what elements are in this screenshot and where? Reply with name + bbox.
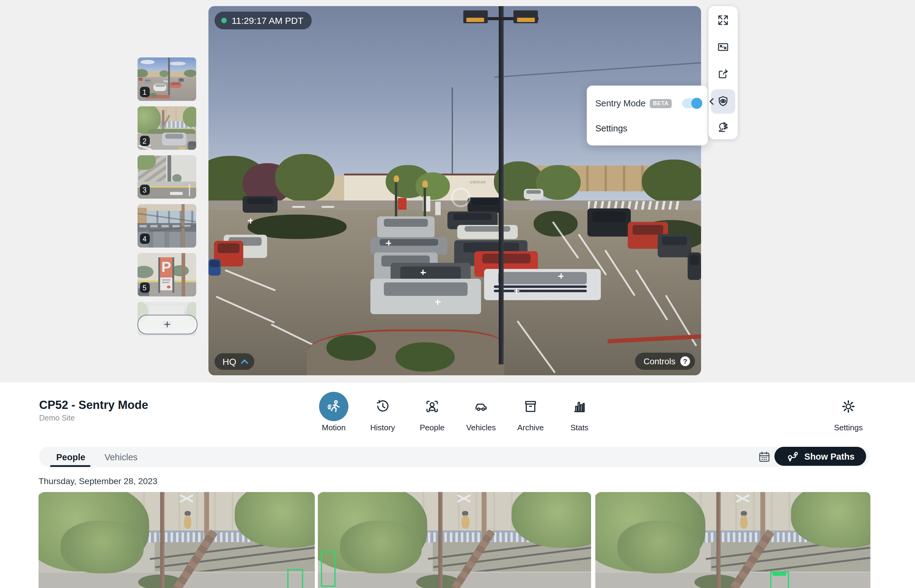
camera-thumbnail-5[interactable]: P 5 [137,253,196,296]
tab-label: History [363,423,403,432]
car [208,259,221,275]
fence [149,121,196,128]
camera-number-badge: 4 [140,234,149,244]
sentry-mode-button[interactable] [711,89,735,114]
quality-label: HQ [223,356,236,367]
sentry-mode-toggle[interactable] [682,99,702,108]
car [139,78,143,81]
tree [137,107,161,134]
vehicles-icon [474,399,488,414]
event-thumbnail-3[interactable] [595,492,870,588]
car [162,132,187,145]
car [370,237,447,255]
car [524,189,543,199]
lamp-head [463,10,488,23]
add-camera-button[interactable]: + [137,315,197,334]
lamp [394,175,399,182]
tab-filter-people[interactable]: People [56,447,85,467]
shrub [327,334,376,360]
tree [137,69,148,78]
tab-stats[interactable]: Stats [559,390,600,433]
light-pole [499,6,503,364]
glint [420,272,426,273]
parking-sign [398,198,407,210]
fit-screen-button[interactable] [711,35,735,59]
sign-board [435,202,441,215]
camera-number-badge: 3 [140,184,149,195]
tab-people[interactable]: People [412,390,452,433]
building [137,72,196,77]
buffering-spinner [451,187,470,207]
event-thumbnail-2[interactable] [318,492,591,588]
controls-button[interactable]: Controls ? [635,353,695,370]
tab-vehicles[interactable]: Vehicles [461,390,501,433]
show-paths-button[interactable]: Show Paths [775,447,866,466]
shrub [149,93,157,97]
tab-archive[interactable]: Archive [510,390,551,433]
car [658,234,691,257]
popup-collapse-chevron[interactable] [709,98,714,105]
camera-number-badge: 1 [140,87,149,97]
toggle-knob [691,98,702,109]
wood-panel [137,207,147,228]
lamp [422,180,428,187]
share-button[interactable] [711,62,735,86]
timestamp-overlay: 11:29:17 AM PDT [215,11,312,29]
page-title: CP52 - Sentry Mode [39,399,148,412]
thumbnail-veil [39,492,315,588]
cloud [169,62,186,66]
fullscreen-button[interactable] [711,8,735,32]
video-scene: IZMIRIAN [208,6,701,375]
utility-pole [182,204,185,247]
shrub [396,342,455,372]
person-detection-box [321,552,336,587]
camera-thumbnail-4[interactable]: 4 [137,204,196,247]
car [163,78,170,82]
window-slits [140,225,194,227]
light-pole [168,57,170,96]
tab-label: Archive [510,423,551,432]
car [457,225,518,239]
camera-thumbnail-1[interactable]: 1 [137,57,196,101]
fullscreen-icon [717,14,729,26]
tab-motion[interactable]: Motion [313,390,354,433]
building-sign: IZMIRIAN [470,180,486,184]
tab-filter-vehicles[interactable]: Vehicles [105,447,137,467]
motion-icon [326,399,342,414]
history-icon [375,399,390,414]
show-paths-label: Show Paths [804,451,854,461]
active-tab-underline [50,465,90,467]
calendar-button[interactable] [757,449,771,464]
fit-screen-icon [717,41,729,53]
help-icon[interactable]: ? [680,356,690,366]
lamp-post [395,181,397,218]
camera-number-badge: 5 [140,283,149,293]
quality-selector[interactable]: HQ [215,353,254,370]
tab-history[interactable]: History [363,390,403,433]
event-thumbnail-1[interactable] [39,492,315,588]
live-video-player[interactable]: IZMIRIAN [208,6,701,375]
site-subtitle: Demo Site [39,414,75,422]
camera-thumbnail-2[interactable]: 2 [137,107,196,150]
post [189,184,190,196]
car [243,196,278,213]
gear-icon [841,399,856,414]
agave [173,174,182,182]
privacy-button[interactable] [711,115,735,139]
tree [183,107,196,127]
live-dot-icon [221,18,227,23]
calendar-icon [758,450,770,463]
sentry-settings-link[interactable]: Settings [595,123,628,133]
car [687,252,701,279]
window-band [147,211,196,223]
settings-button[interactable]: Settings [828,390,868,433]
person-detection-box [770,572,789,588]
camera-thumbnail-3[interactable]: 3 [137,155,196,199]
car-hatchback [370,279,481,315]
car [178,78,184,82]
car [144,79,151,84]
show-paths-icon [786,450,799,462]
car [468,197,502,213]
filter-tab-bar: People Vehicles [39,447,870,467]
utility-pole [182,253,186,296]
